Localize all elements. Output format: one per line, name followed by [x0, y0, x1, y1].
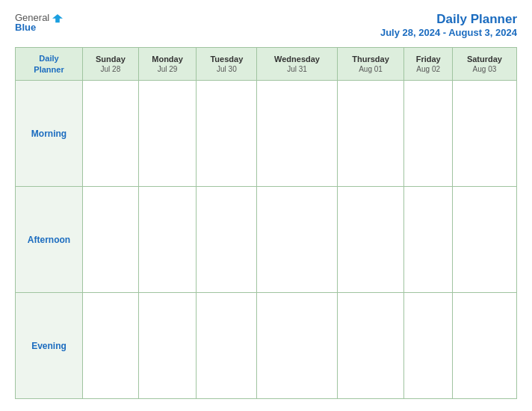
afternoon-label: Afternoon	[16, 187, 83, 293]
day-name-sunday: Sunday	[86, 54, 135, 64]
day-name-thursday: Thursday	[341, 54, 401, 64]
date-range: July 28, 2024 - August 3, 2024	[380, 27, 517, 38]
day-header-saturday: Saturday Aug 03	[452, 48, 516, 81]
morning-wednesday-cell[interactable]	[257, 81, 337, 187]
table-row-evening: Evening	[16, 293, 517, 399]
evening-saturday-cell[interactable]	[452, 293, 516, 399]
day-header-tuesday: Tuesday Jul 30	[197, 48, 257, 81]
afternoon-thursday-cell[interactable]	[337, 187, 404, 293]
afternoon-saturday-cell[interactable]	[452, 187, 516, 293]
day-header-thursday: Thursday Aug 01	[337, 48, 404, 81]
day-name-wednesday: Wednesday	[260, 54, 333, 64]
morning-saturday-cell[interactable]	[452, 81, 516, 187]
page-title: Daily Planner	[380, 12, 517, 27]
logo-bird-icon	[52, 13, 63, 23]
day-name-monday: Monday	[142, 54, 194, 64]
day-header-sunday: Sunday Jul 28	[83, 48, 139, 81]
day-header-monday: Monday Jul 29	[138, 48, 197, 81]
day-date-thursday: Aug 01	[341, 64, 401, 74]
morning-label: Morning	[16, 81, 83, 187]
afternoon-tuesday-cell[interactable]	[197, 187, 257, 293]
table-row-morning: Morning	[16, 81, 517, 187]
day-date-saturday: Aug 03	[456, 64, 513, 74]
day-date-sunday: Jul 28	[86, 64, 135, 74]
morning-friday-cell[interactable]	[404, 81, 452, 187]
day-date-wednesday: Jul 31	[260, 64, 333, 74]
logo-blue-text: Blue	[15, 22, 36, 33]
day-date-friday: Aug 02	[407, 64, 448, 74]
morning-sunday-cell[interactable]	[83, 81, 139, 187]
day-name-saturday: Saturday	[456, 54, 513, 64]
day-date-monday: Jul 29	[142, 64, 194, 74]
table-row-afternoon: Afternoon	[16, 187, 517, 293]
evening-thursday-cell[interactable]	[337, 293, 404, 399]
day-header-friday: Friday Aug 02	[404, 48, 452, 81]
day-name-friday: Friday	[407, 54, 448, 64]
morning-tuesday-cell[interactable]	[197, 81, 257, 187]
table-header-row: Daily Planner Sunday Jul 28 Monday Jul 2…	[16, 48, 517, 81]
header-title-area: Daily Planner July 28, 2024 - August 3, …	[380, 12, 517, 38]
evening-sunday-cell[interactable]	[83, 293, 139, 399]
evening-wednesday-cell[interactable]	[257, 293, 337, 399]
logo-area: General Blue	[15, 12, 63, 33]
morning-thursday-cell[interactable]	[337, 81, 404, 187]
afternoon-wednesday-cell[interactable]	[257, 187, 337, 293]
afternoon-monday-cell[interactable]	[138, 187, 197, 293]
afternoon-friday-cell[interactable]	[404, 187, 452, 293]
page-header: General Blue Daily Planner July 28, 2024…	[15, 12, 517, 38]
planner-table: Daily Planner Sunday Jul 28 Monday Jul 2…	[15, 47, 517, 399]
day-header-wednesday: Wednesday Jul 31	[257, 48, 337, 81]
evening-tuesday-cell[interactable]	[197, 293, 257, 399]
evening-monday-cell[interactable]	[138, 293, 197, 399]
evening-label: Evening	[16, 293, 83, 399]
label-header-line2: Planner	[34, 65, 64, 74]
day-date-tuesday: Jul 30	[200, 64, 253, 74]
label-header-line1: Daily	[39, 54, 58, 63]
evening-friday-cell[interactable]	[404, 293, 452, 399]
svg-marker-0	[52, 14, 63, 22]
day-name-tuesday: Tuesday	[200, 54, 253, 64]
morning-monday-cell[interactable]	[138, 81, 197, 187]
label-header-cell: Daily Planner	[16, 48, 83, 81]
afternoon-sunday-cell[interactable]	[83, 187, 139, 293]
